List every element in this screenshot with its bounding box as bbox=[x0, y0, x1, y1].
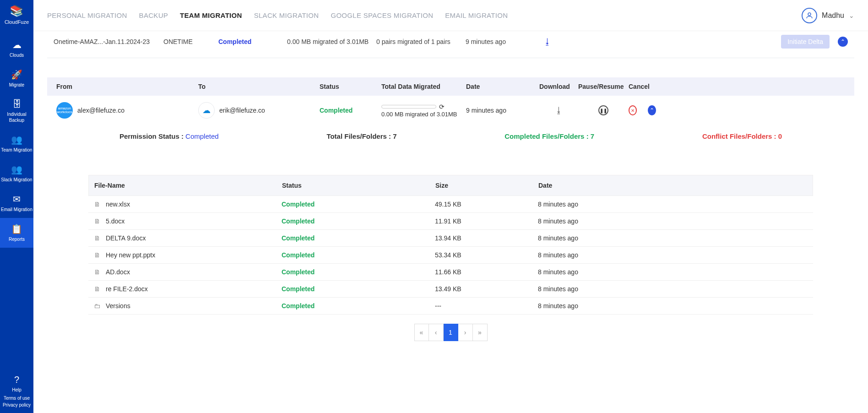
to-email: erik@filefuze.co bbox=[219, 107, 265, 114]
file-row: 🗎AD.docxCompleted11.66 KB8 minutes ago bbox=[88, 264, 813, 281]
page-prev[interactable]: ‹ bbox=[429, 324, 444, 341]
file-size: --- bbox=[435, 302, 538, 310]
cancel-icon[interactable]: ✕ bbox=[629, 105, 637, 115]
file-row: 🗎DELTA 9.docxCompleted13.94 KB8 minutes … bbox=[88, 230, 813, 247]
col-file-status: Status bbox=[282, 182, 435, 189]
file-icon: 🗎 bbox=[94, 217, 101, 225]
detail-header: From To Status Total Data Migrated Date … bbox=[47, 77, 854, 96]
col-to: To bbox=[198, 83, 320, 90]
summary-pairs: 0 pairs migrated of 1 pairs bbox=[376, 38, 466, 45]
nav-help[interactable]: ? Help bbox=[0, 373, 33, 395]
tab-google-spaces-migration[interactable]: GOOGLE SPACES MIGRATION bbox=[331, 11, 433, 19]
nav-slack-migration[interactable]: 👥 Slack Migration bbox=[0, 158, 33, 188]
file-name: AD.docx bbox=[106, 268, 130, 276]
page-next[interactable]: › bbox=[458, 324, 473, 341]
file-icon: 🗎 bbox=[94, 285, 101, 293]
detail-date: 9 minutes ago bbox=[466, 107, 539, 114]
col-file-size: Size bbox=[435, 182, 538, 189]
col-pause: Pause/Resume bbox=[578, 83, 629, 90]
col-status: Status bbox=[320, 83, 381, 90]
file-name: 5.docx bbox=[106, 217, 125, 225]
logo[interactable]: 📚 CloudFuze bbox=[5, 5, 29, 25]
col-file-date: Date bbox=[538, 182, 807, 189]
file-name: Hey new ppt.pptx bbox=[106, 251, 155, 259]
page-last[interactable]: » bbox=[473, 324, 488, 341]
pause-icon[interactable]: ❚❚ bbox=[598, 105, 608, 115]
file-size: 11.66 KB bbox=[435, 268, 538, 276]
nav-reports[interactable]: 📋 Reports bbox=[0, 218, 33, 248]
conflict-files-folders: Conflict Files/Folders : 0 bbox=[702, 132, 782, 140]
file-date: 8 minutes ago bbox=[538, 217, 808, 225]
summary-status: Completed bbox=[218, 38, 287, 45]
nav-team-migration[interactable]: 👥 Team Migration bbox=[0, 129, 33, 158]
svg-point-0 bbox=[808, 13, 811, 16]
tab-personal-migration[interactable]: PERSONAL MIGRATION bbox=[47, 11, 127, 19]
username: Madhu bbox=[822, 11, 844, 20]
file-name: re FILE-2.docx bbox=[106, 285, 148, 293]
collapse-detail-icon[interactable]: ⌃ bbox=[648, 105, 656, 115]
people-icon: 👥 bbox=[11, 164, 22, 175]
file-row: 🗎Hey new ppt.pptxCompleted53.34 KB8 minu… bbox=[88, 247, 813, 264]
tab-backup[interactable]: BACKUP bbox=[139, 11, 168, 19]
sidebar: 📚 CloudFuze ☁ Clouds 🚀 Migrate 🗄 Individ… bbox=[0, 0, 33, 413]
col-data: Total Data Migrated bbox=[381, 83, 466, 90]
mail-icon: ✉ bbox=[13, 194, 21, 205]
rocket-icon: 🚀 bbox=[11, 69, 22, 80]
file-icon: 🗎 bbox=[94, 234, 101, 242]
clipboard-icon: 📋 bbox=[11, 223, 22, 234]
refresh-icon[interactable]: ⟳ bbox=[439, 103, 445, 110]
detail-row: amazonworkdocs alex@filefuze.co ☁ erik@f… bbox=[47, 96, 854, 125]
user-menu[interactable]: Madhu ⌄ bbox=[802, 8, 854, 23]
file-size: 53.34 KB bbox=[435, 251, 538, 259]
file-status: Completed bbox=[282, 234, 435, 242]
summary-name: Onetime-AMAZ...-Jan.11.2024-23 bbox=[54, 38, 163, 45]
detail-download-icon[interactable]: ⭳ bbox=[539, 106, 578, 115]
page-first[interactable]: « bbox=[414, 324, 429, 341]
nav-clouds[interactable]: ☁ Clouds bbox=[0, 34, 33, 64]
files-table: File-Name Status Size Date 🗎new.xlsxComp… bbox=[88, 175, 813, 315]
nav-migrate[interactable]: 🚀 Migrate bbox=[0, 64, 33, 93]
summary-date: 9 minutes ago bbox=[466, 38, 543, 45]
migration-summary-row: Onetime-AMAZ...-Jan.11.2024-23 ONETIME C… bbox=[47, 31, 854, 58]
stats-bar: Permission Status : Completed Total File… bbox=[47, 125, 854, 147]
summary-type: ONETIME bbox=[163, 38, 218, 45]
database-icon: 🗄 bbox=[12, 99, 22, 109]
main: PERSONAL MIGRATION BACKUP TEAM MIGRATION… bbox=[33, 0, 868, 413]
tabs: PERSONAL MIGRATION BACKUP TEAM MIGRATION… bbox=[47, 11, 508, 19]
cloud-icon: ☁ bbox=[12, 39, 22, 50]
file-date: 8 minutes ago bbox=[538, 201, 808, 208]
summary-migrated: 0.00 MB migrated of 3.01MB bbox=[287, 38, 376, 45]
nav-email-migration[interactable]: ✉ Email Migration bbox=[0, 188, 33, 218]
content: Onetime-AMAZ...-Jan.11.2024-23 ONETIME C… bbox=[33, 31, 868, 355]
file-status: Completed bbox=[282, 285, 435, 293]
onedrive-icon: ☁ bbox=[198, 102, 215, 119]
file-status: Completed bbox=[282, 302, 435, 310]
detail-migrated: ⟳ 0.00 MB migrated of 3.01MB bbox=[381, 103, 466, 118]
detail-panel: From To Status Total Data Migrated Date … bbox=[47, 77, 854, 341]
tab-team-migration[interactable]: TEAM MIGRATION bbox=[180, 11, 242, 19]
brand-icon: 📚 bbox=[10, 5, 23, 17]
file-status: Completed bbox=[282, 268, 435, 276]
link-terms[interactable]: Terms of use bbox=[0, 395, 33, 402]
file-date: 8 minutes ago bbox=[538, 234, 808, 242]
col-cancel: Cancel bbox=[629, 83, 656, 90]
col-date: Date bbox=[466, 83, 539, 90]
people-icon: 👥 bbox=[11, 134, 22, 145]
tab-slack-migration[interactable]: SLACK MIGRATION bbox=[254, 11, 319, 19]
link-privacy[interactable]: Privacy policy bbox=[0, 402, 33, 408]
tab-email-migration[interactable]: EMAIL MIGRATION bbox=[445, 11, 508, 19]
download-report-icon[interactable]: ⭳ bbox=[543, 37, 598, 47]
file-row: 🗎new.xlsxCompleted49.15 KB8 minutes ago bbox=[88, 196, 813, 213]
topbar: PERSONAL MIGRATION BACKUP TEAM MIGRATION… bbox=[33, 0, 868, 31]
file-size: 13.49 KB bbox=[435, 285, 538, 293]
nav-individual-backup[interactable]: 🗄 Individual Backup bbox=[0, 93, 33, 129]
page-1[interactable]: 1 bbox=[444, 324, 458, 341]
file-status: Completed bbox=[282, 201, 435, 208]
col-download: Download bbox=[539, 83, 578, 90]
file-status: Completed bbox=[282, 217, 435, 225]
collapse-summary-icon[interactable]: ⌃ bbox=[838, 37, 848, 47]
initiate-delta-button[interactable]: Initiate Delta bbox=[781, 35, 830, 49]
brand-name: CloudFuze bbox=[5, 19, 29, 25]
help-icon: ? bbox=[14, 375, 19, 385]
file-date: 8 minutes ago bbox=[538, 285, 808, 293]
